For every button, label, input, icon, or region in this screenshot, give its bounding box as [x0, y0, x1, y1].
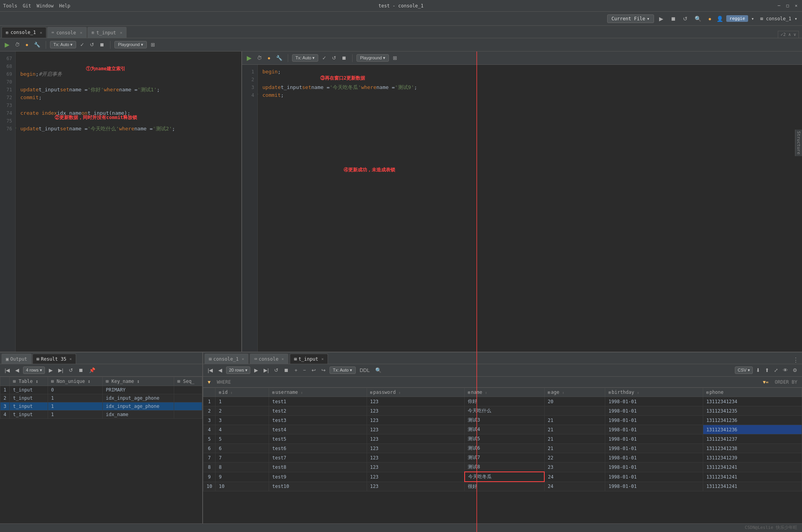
- stop-btn3[interactable]: ⏹: [77, 367, 85, 374]
- refresh-button[interactable]: ↺: [681, 15, 690, 23]
- data-row-10[interactable]: 10 10 test10 123 很好 24 1998-01-01 131123…: [203, 482, 802, 491]
- data-redo-btn[interactable]: ↪: [320, 367, 327, 374]
- col-username[interactable]: ⊞username ↕: [269, 388, 367, 397]
- tab-console[interactable]: ⌨ console ✕: [47, 27, 87, 38]
- menu-git[interactable]: Git: [23, 3, 31, 9]
- menu-help[interactable]: Help: [59, 3, 70, 9]
- tab-tinput[interactable]: ⊞ t_input ✕: [87, 27, 127, 38]
- csv-button[interactable]: CSV ▾: [735, 367, 753, 374]
- stop-button[interactable]: ⏹: [668, 15, 678, 23]
- br-tab-console[interactable]: ⌨ console ✕: [250, 354, 288, 364]
- result-scroll[interactable]: ⊞ Table ↕ ⊞ Non_unique ↕ ⊞ Key_name ↕ ⊞ …: [0, 377, 202, 523]
- run-query-button[interactable]: ▶: [3, 40, 11, 49]
- data-row-4[interactable]: 4 4 test4 123 测试4 21 1998-01-01 13112341…: [203, 425, 802, 434]
- data-search-btn[interactable]: 🔍: [374, 367, 383, 374]
- prev-btn[interactable]: ◀: [14, 367, 21, 374]
- refresh-btn3[interactable]: ↺: [67, 367, 75, 374]
- window-controls[interactable]: ─ □ ✕: [776, 3, 799, 9]
- col-header-nonunique[interactable]: ⊞ Non_unique ↕: [48, 377, 102, 386]
- data-row-1[interactable]: 1 1 test1 123 你好 20 1998-01-01 131123412…: [203, 397, 802, 406]
- data-rows-btn[interactable]: 20 rows ▾: [226, 367, 250, 374]
- col-age[interactable]: ⊞age ↕: [544, 388, 605, 397]
- history-button[interactable]: ⏱: [13, 41, 21, 48]
- col-header-table[interactable]: ⊞ Table ↕: [10, 377, 48, 386]
- data-row-9[interactable]: 9 9 test9 123 今天吃冬瓜 24 1998-01-01 131123…: [203, 472, 802, 482]
- first-row-btn[interactable]: |◀: [3, 367, 11, 374]
- col-header-seq[interactable]: ⊞ Seq_: [174, 377, 202, 386]
- console-dropdown[interactable]: ▾: [795, 16, 797, 21]
- table-row[interactable]: 3 t_input 1 idx_input_age_phone: [0, 402, 202, 411]
- stop-btn2[interactable]: ⏹: [340, 54, 348, 62]
- data-row-3[interactable]: 3 3 test3 123 测试3 21 1998-01-01 13112341…: [203, 416, 802, 425]
- rollback-btn2[interactable]: ↺: [330, 54, 338, 62]
- minimize-button[interactable]: ─: [776, 3, 782, 9]
- maximize-button[interactable]: □: [785, 3, 790, 9]
- menu-tools[interactable]: Tools: [3, 3, 17, 9]
- col-birthday[interactable]: ⊞birthday ↕: [605, 388, 703, 397]
- tab-console-close[interactable]: ✕: [80, 30, 82, 35]
- download-btn[interactable]: ⬇: [754, 367, 762, 374]
- col-password[interactable]: ⊞password ↕: [367, 388, 464, 397]
- data-add-btn[interactable]: +: [293, 367, 299, 374]
- tx-auto-btn2[interactable]: Tx: Auto ▾: [292, 54, 318, 62]
- data-refresh-btn[interactable]: ↺: [273, 367, 280, 374]
- check-btn2[interactable]: ✓: [321, 54, 328, 62]
- gear-btn[interactable]: ⚙: [791, 367, 799, 374]
- data-ddl-btn[interactable]: DDL: [358, 367, 371, 374]
- view-btn[interactable]: 👁: [781, 367, 790, 374]
- data-last-btn[interactable]: ▶|: [262, 367, 270, 374]
- playground-button[interactable]: Playground ▾: [114, 41, 147, 48]
- br-more-icon[interactable]: ⋮: [793, 356, 799, 364]
- table-row[interactable]: 4 t_input 1 idx_name: [0, 411, 202, 419]
- checkmark-btn[interactable]: ✓: [78, 41, 86, 48]
- col-id[interactable]: ⊞id ↕: [216, 388, 269, 397]
- data-prev-btn[interactable]: ◀: [217, 367, 224, 374]
- br-tab-c-close[interactable]: ✕: [282, 357, 284, 361]
- tab-tinput-close[interactable]: ✕: [120, 30, 122, 35]
- data-remove-btn[interactable]: −: [301, 367, 308, 374]
- result35-tab[interactable]: ⊞ Result 35 ✕: [32, 354, 76, 364]
- data-row-6[interactable]: 6 6 test6 123 测试6 21 1998-01-01 13112341…: [203, 444, 802, 453]
- menu-bar[interactable]: Tools Git Window Help: [3, 3, 70, 9]
- br-tab-ti-close[interactable]: ✕: [321, 357, 324, 361]
- profile-button[interactable]: ●: [706, 15, 713, 23]
- data-first-btn[interactable]: |◀: [206, 367, 214, 374]
- data-scroll[interactable]: ⊞id ↕ ⊞username ↕ ⊞password ↕ ⊞name ↕ ⊞a…: [203, 388, 802, 523]
- output-tab[interactable]: ▣ Output: [2, 354, 32, 364]
- grid-btn2[interactable]: ⊞: [391, 54, 399, 62]
- table-row[interactable]: 2 t_input 1 idx_input_age_phone: [0, 394, 202, 402]
- menu-window[interactable]: Window: [37, 3, 53, 9]
- data-tx-btn[interactable]: Tx: Auto ▾: [330, 367, 356, 374]
- next-btn[interactable]: ▶: [47, 367, 54, 374]
- pin-btn[interactable]: 📌: [87, 367, 97, 374]
- data-undo-btn[interactable]: ↩: [310, 367, 317, 374]
- history-btn2[interactable]: ⏱: [255, 54, 264, 62]
- upload-btn[interactable]: ⬆: [763, 367, 771, 374]
- search-button[interactable]: 🔍: [693, 15, 703, 23]
- playground-btn2[interactable]: Playground ▾: [356, 54, 389, 62]
- rollback-btn[interactable]: ↺: [88, 41, 96, 48]
- stop-query-btn[interactable]: ⏹: [98, 41, 106, 48]
- result-close[interactable]: ✕: [70, 357, 72, 361]
- last-row-btn[interactable]: ▶|: [57, 367, 65, 374]
- tab-console1[interactable]: ⊞ console_1 ✕: [2, 27, 46, 38]
- close-button[interactable]: ✕: [793, 3, 799, 9]
- split-btn[interactable]: ⤢: [772, 367, 780, 374]
- br-tab-c1-close[interactable]: ✕: [242, 357, 244, 361]
- table-row[interactable]: 1 t_input 0 PRIMARY: [0, 386, 202, 394]
- data-row-8[interactable]: 8 8 test8 123 测试8 23 1998-01-01 13112341…: [203, 463, 802, 472]
- col-header-keyname[interactable]: ⊞ Key_name ↕: [103, 377, 174, 386]
- data-row-2[interactable]: 2 2 test2 123 今天吃什么 1998-01-01 131123412…: [203, 406, 802, 416]
- col-phone[interactable]: ⊞phone: [703, 388, 802, 397]
- rows-btn[interactable]: 4 rows ▾: [23, 367, 45, 374]
- settings-button[interactable]: 🔧: [32, 41, 42, 48]
- br-tab-console1[interactable]: ⊞ console_1 ✕: [205, 354, 248, 364]
- grid-view-btn[interactable]: ⊞: [149, 41, 157, 48]
- settings-btn2[interactable]: 🔧: [274, 54, 284, 62]
- br-tab-tinput[interactable]: ⊞ t_input ✕: [290, 354, 328, 364]
- data-row-5[interactable]: 5 5 test5 123 测试5 21 1998-01-01 13112341…: [203, 434, 802, 444]
- data-next-btn[interactable]: ▶: [253, 367, 260, 374]
- user-dropdown[interactable]: ▾: [751, 16, 754, 21]
- profile-btn3[interactable]: ●: [266, 54, 272, 62]
- data-row-7[interactable]: 7 7 test7 123 测试7 22 1998-01-01 13112341…: [203, 453, 802, 463]
